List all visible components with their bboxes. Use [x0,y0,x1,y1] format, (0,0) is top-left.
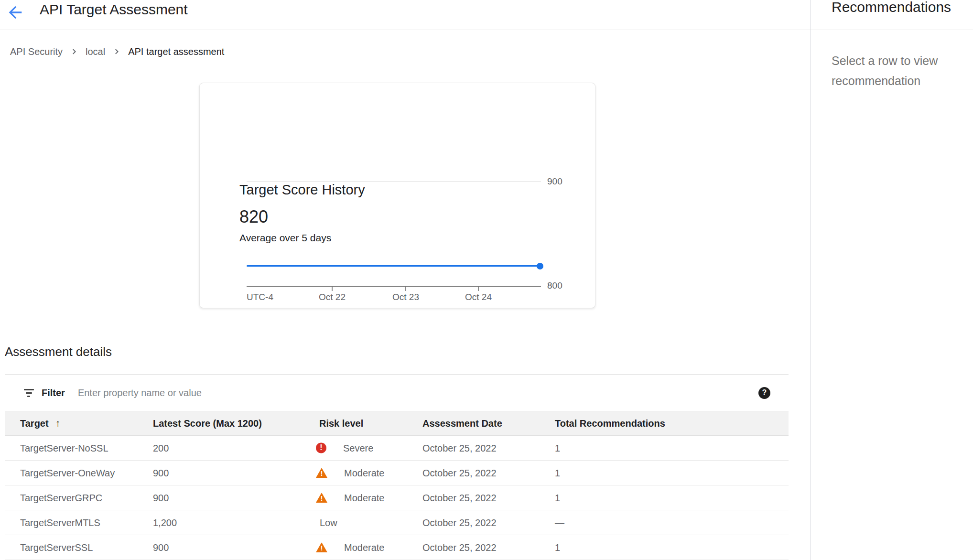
x-tick-oct23 [405,287,406,291]
date-cell: October 25, 2022 [422,492,497,503]
filter-input[interactable]: Enter property name or value [78,388,758,398]
column-header-total-recommendations[interactable]: Total Recommendations [555,418,665,429]
column-header-target-label: Target [20,418,49,429]
page-title: API Target Assessment [40,1,188,18]
score-cell: 1,200 [153,517,177,528]
chevron-right-icon [112,47,121,56]
gridline-900 [247,181,541,182]
arrow-back-icon [6,3,25,22]
filter-label: Filter [42,388,65,398]
x-axis-line [247,286,541,287]
total-cell: 1 [555,492,560,503]
risk-label: Severe [343,442,373,453]
back-button[interactable] [4,1,27,24]
date-cell: October 25, 2022 [422,517,497,528]
table-row-targetserver-oneway[interactable]: TargetServer-OneWay 900 Moderate October… [5,461,789,485]
risk-cell: Moderate [316,492,385,503]
table-row-targetservergrpc[interactable]: TargetServerGRPC 900 Moderate October 25… [5,485,789,510]
assessment-details-table: Filter Enter property name or value ? Ta… [5,374,789,560]
breadcrumb-item-local[interactable]: local [86,46,105,57]
recommendations-panel-title: Recommendations [832,0,951,16]
score-cell: 200 [153,442,169,453]
page: API Target Assessment Recommendations Se… [0,0,973,560]
x-tick-oct24 [478,287,479,291]
x-axis-label-utc: UTC-4 [247,291,273,303]
target-score-history-card: Target Score History 820 Average over 5 … [199,83,595,308]
date-cell: October 25, 2022 [422,542,497,553]
chevron-right-icon [70,47,78,56]
x-axis-label-oct23: Oct 23 [377,291,434,303]
column-header-risk-level[interactable]: Risk level [319,418,363,429]
x-tick-oct22 [332,287,333,291]
target-cell: TargetServer-NoSSL [20,442,108,453]
risk-warning-icon [316,542,327,552]
target-cell: TargetServerSSL [20,542,93,553]
risk-cell: Severe [316,442,373,453]
score-cell: 900 [153,542,169,553]
table-row-targetserverssl[interactable]: TargetServerSSL 900 Moderate October 25,… [5,535,789,560]
help-icon[interactable]: ? [758,387,770,399]
y-axis-label-800: 800 [547,280,562,291]
table-row-targetserver-nossl[interactable]: TargetServer-NoSSL 200 Severe October 25… [5,436,789,461]
risk-cell: Moderate [316,542,385,553]
target-cell: TargetServer-OneWay [20,467,115,478]
x-axis-label-oct22: Oct 22 [303,291,361,303]
risk-label: Moderate [344,492,385,503]
date-cell: October 25, 2022 [422,467,497,478]
breadcrumb-item-api-security[interactable]: API Security [10,46,63,57]
column-header-latest-score[interactable]: Latest Score (Max 1200) [153,418,262,429]
score-cell: 900 [153,492,169,503]
breadcrumb-item-current: API target assessment [128,46,224,57]
chart-title: Target Score History [239,181,365,198]
filter-bar[interactable]: Filter Enter property name or value ? [5,375,789,411]
assessment-details-heading: Assessment details [5,343,112,360]
risk-label: Low [320,517,337,528]
target-cell: TargetServerGRPC [20,492,102,503]
risk-label: Moderate [344,542,385,553]
table-row-targetservermtls[interactable]: TargetServerMTLS 1,200 Low October 25, 2… [5,510,789,535]
risk-severe-icon [316,443,326,453]
column-header-target[interactable]: Target ↑ [20,418,60,429]
table-header-row: Target ↑ Latest Score (Max 1200) Risk le… [5,411,789,436]
chart-subtitle: Average over 5 days [239,231,331,245]
risk-warning-icon [316,468,327,478]
score-line-endpoint-marker [537,263,543,269]
risk-cell: Low [316,517,337,528]
total-cell: 1 [555,467,560,478]
risk-cell: Moderate [316,467,385,478]
total-cell: 1 [555,442,560,453]
risk-label: Moderate [344,467,385,478]
risk-warning-icon [316,493,327,503]
column-header-assessment-date[interactable]: Assessment Date [422,418,502,429]
breadcrumb: API Security local API target assessment [10,41,224,62]
total-cell: 1 [555,542,560,553]
recommendations-empty-message: Select a row to view recommendation [832,51,971,91]
filter-icon [23,389,34,397]
chart-average-value: 820 [239,206,268,227]
panel-divider [810,0,811,560]
score-line-series [247,265,540,267]
date-cell: October 25, 2022 [422,442,497,453]
y-axis-label-900: 900 [547,176,562,187]
x-axis-label-oct24: Oct 24 [450,291,507,303]
sort-ascending-icon: ↑ [55,418,61,429]
target-cell: TargetServerMTLS [20,517,100,528]
score-cell: 900 [153,467,169,478]
total-cell: — [555,517,564,528]
app-header: API Target Assessment [0,0,973,30]
